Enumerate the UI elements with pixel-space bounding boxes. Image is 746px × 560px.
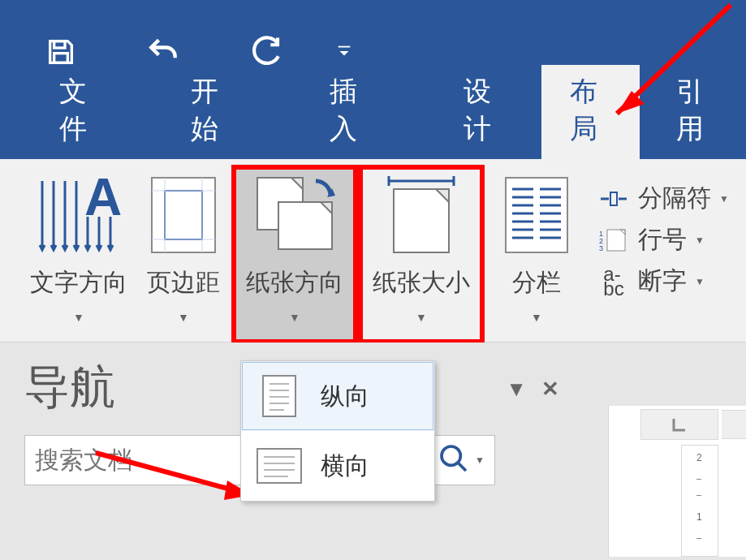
size-icon [379,167,464,263]
dropdown-caret-icon: ▼ [531,311,542,324]
margins-icon [149,167,218,263]
margins-button[interactable]: 页边距 ▼ [135,167,232,342]
horizontal-ruler [722,410,746,439]
ribbon-layout: A 文字方向 ▼ [0,159,746,342]
dropdown-caret-icon: ▼ [289,311,300,324]
svg-rect-1 [54,54,68,63]
orientation-portrait[interactable]: 纵向 [241,361,434,431]
svg-text:3: 3 [599,244,603,252]
hyphenation-button[interactable]: a-bc 断字 ▼ [597,265,729,298]
dropdown-caret-icon: ▼ [416,311,427,324]
page-setup-extras: 分隔符 ▼ 1 2 3 行号 ▼ a-bc 断字 ▼ [581,167,729,342]
tab-references[interactable]: 引用 [648,65,746,159]
pane-options-caret-icon[interactable]: ▼ [506,377,527,402]
landscape-label: 横向 [321,450,369,483]
dropdown-caret-icon: ▼ [73,311,84,324]
ruler-tick: 2 [696,452,702,463]
orientation-menu: 纵向 横向 [240,360,435,502]
svg-rect-22 [394,189,449,252]
columns-button[interactable]: 分栏 ▼ [492,167,581,342]
breaks-button[interactable]: 分隔符 ▼ [597,182,729,215]
search-dropdown-caret-icon[interactable]: ▼ [475,454,485,466]
ribbon-tabs: 文件 开始 插入 设计 布局 引用 [0,104,746,159]
line-numbers-label: 行号 [638,223,687,256]
dropdown-caret-icon: ▼ [695,235,705,246]
text-direction-icon: A [34,167,123,263]
dropdown-caret-icon: ▼ [695,276,705,287]
svg-rect-44 [607,230,625,251]
landscape-icon [256,442,303,489]
pane-close-icon[interactable]: ✕ [541,377,559,402]
text-direction-button[interactable]: A 文字方向 ▼ [23,167,135,342]
margins-label: 页边距 [147,266,220,299]
svg-rect-18 [278,202,332,249]
save-icon[interactable] [45,36,77,68]
dropdown-caret-icon: ▼ [178,311,189,324]
vertical-ruler: 2 1 [681,445,718,557]
portrait-label: 纵向 [321,380,369,413]
orientation-icon [246,167,343,263]
orientation-landscape[interactable]: 横向 [241,431,434,501]
redo-icon[interactable] [249,35,283,69]
text-direction-label: 文字方向 [30,266,127,299]
columns-label: 分栏 [512,266,561,299]
qat-customize-icon[interactable] [335,43,353,61]
orientation-label: 纸张方向 [246,266,343,299]
line-numbers-button[interactable]: 1 2 3 行号 ▼ [597,223,729,256]
breaks-label: 分隔符 [638,182,711,215]
dropdown-caret-icon: ▼ [719,193,729,205]
svg-rect-0 [54,41,65,48]
tab-file[interactable]: 文件 [45,65,115,159]
svg-rect-11 [152,178,215,252]
size-button[interactable]: 纸张大小 ▼ [360,167,482,342]
svg-line-46 [458,463,466,471]
navigation-pane-controls: ▼ ✕ [506,377,559,402]
tab-layout[interactable]: 布局 [541,65,640,159]
columns-icon [502,167,571,263]
tab-design[interactable]: 设计 [435,65,533,159]
svg-text:A: A [84,174,122,226]
ruler-tick: 1 [696,511,702,523]
svg-rect-40 [610,192,617,205]
hyphenation-icon: a-bc [597,267,630,296]
search-icon[interactable] [438,442,470,478]
tab-home[interactable]: 开始 [162,65,261,159]
ruler-corner [640,409,718,440]
orientation-button[interactable]: 纸张方向 ▼ [234,167,356,342]
size-label: 纸张大小 [373,266,470,299]
svg-rect-53 [257,449,301,483]
tab-insert[interactable]: 插入 [301,65,399,159]
hyphenation-label: 断字 [638,265,687,298]
svg-rect-2 [339,46,351,48]
line-numbers-icon: 1 2 3 [597,228,630,252]
portrait-icon [256,373,303,420]
breaks-icon [597,187,630,210]
svg-point-45 [442,446,460,465]
